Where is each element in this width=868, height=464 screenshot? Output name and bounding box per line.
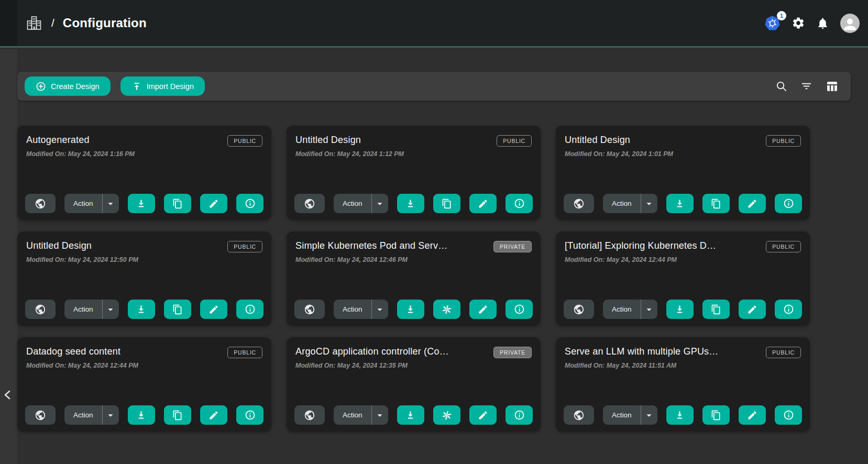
modified-on: Modified On: May 24, 2024 12:44 PM: [565, 256, 801, 263]
create-design-button[interactable]: Create Design: [25, 76, 111, 96]
info-button[interactable]: [506, 405, 533, 425]
copy-button[interactable]: [164, 194, 191, 213]
download-button[interactable]: [397, 194, 424, 213]
info-button[interactable]: [506, 194, 533, 213]
visibility-globe-button[interactable]: [564, 194, 594, 213]
visibility-globe-button[interactable]: [294, 300, 325, 319]
design-card[interactable]: Untitled Design PUBLIC Modified On: May …: [287, 126, 541, 220]
action-button[interactable]: Action: [603, 194, 641, 213]
info-button[interactable]: [775, 300, 802, 319]
visibility-badge: PUBLIC: [227, 241, 262, 252]
organization-building-icon: [25, 14, 43, 32]
globe-icon: [35, 304, 46, 315]
action-button[interactable]: Action: [334, 405, 371, 425]
copy-button[interactable]: [164, 300, 191, 319]
download-button[interactable]: [128, 405, 155, 425]
action-button[interactable]: Action: [334, 300, 371, 319]
action-dropdown-button[interactable]: [102, 405, 119, 425]
info-button[interactable]: [775, 194, 802, 213]
search-button[interactable]: [775, 80, 787, 92]
download-button[interactable]: [666, 405, 694, 425]
action-button[interactable]: Action: [64, 405, 102, 425]
edit-button[interactable]: [739, 405, 766, 425]
visibility-globe-button[interactable]: [25, 194, 56, 213]
action-dropdown-button[interactable]: [641, 405, 657, 425]
action-split-button: Action: [64, 300, 119, 319]
action-button-label: Action: [73, 200, 93, 207]
action-button[interactable]: Action: [603, 405, 641, 425]
user-avatar-icon: [840, 14, 860, 33]
info-button[interactable]: [775, 405, 802, 425]
notifications-button[interactable]: [816, 17, 829, 30]
visibility-globe-button[interactable]: [25, 405, 56, 425]
visibility-badge: PUBLIC: [766, 135, 801, 147]
download-button[interactable]: [397, 300, 424, 319]
info-button[interactable]: [236, 300, 263, 319]
info-button[interactable]: [236, 405, 263, 425]
design-card[interactable]: Untitled Design PUBLIC Modified On: May …: [17, 231, 271, 326]
edit-button[interactable]: [200, 405, 227, 425]
action-button[interactable]: Action: [64, 194, 102, 213]
info-button[interactable]: [236, 194, 263, 213]
design-card[interactable]: [Tutorial] Exploring Kubernetes D… PUBLI…: [556, 231, 810, 326]
edit-button[interactable]: [469, 194, 497, 213]
visibility-globe-button[interactable]: [564, 405, 594, 425]
design-card[interactable]: Autogenerated PUBLIC Modified On: May 24…: [17, 126, 271, 220]
copy-button[interactable]: [164, 405, 191, 425]
visibility-globe-button[interactable]: [564, 300, 594, 319]
copy-icon: [442, 198, 452, 209]
globe-icon: [573, 198, 585, 209]
action-dropdown-button[interactable]: [102, 300, 119, 319]
action-button-label: Action: [73, 305, 93, 313]
create-design-label: Create Design: [51, 82, 100, 91]
modified-on: Modified On: May 24, 2024 1:01 PM: [565, 150, 801, 158]
edit-button[interactable]: [739, 194, 766, 213]
edit-button[interactable]: [200, 300, 227, 319]
card-actions: Action: [294, 300, 533, 319]
filter-button[interactable]: [800, 80, 812, 92]
download-button[interactable]: [397, 405, 424, 425]
swirl-button[interactable]: [433, 405, 460, 425]
action-button[interactable]: Action: [603, 300, 641, 319]
visibility-badge: PUBLIC: [227, 347, 262, 358]
edit-button[interactable]: [200, 194, 227, 213]
edit-button[interactable]: [739, 300, 766, 319]
action-dropdown-button[interactable]: [371, 194, 388, 213]
user-avatar-button[interactable]: [840, 14, 860, 33]
copy-button[interactable]: [433, 194, 460, 213]
visibility-globe-button[interactable]: [25, 300, 56, 319]
download-button[interactable]: [666, 194, 694, 213]
download-button[interactable]: [666, 300, 694, 319]
action-dropdown-button[interactable]: [641, 300, 657, 319]
copy-button[interactable]: [702, 194, 730, 213]
navigator-collapse-button[interactable]: [1, 386, 15, 403]
design-card[interactable]: Untitled Design PUBLIC Modified On: May …: [556, 126, 810, 220]
chevron-down-icon: [374, 198, 386, 209]
table-view-button[interactable]: [826, 80, 838, 93]
design-card[interactable]: ArgoCD application controller (Co… PRIVA…: [287, 337, 541, 432]
action-dropdown-button[interactable]: [371, 300, 388, 319]
download-button[interactable]: [128, 194, 155, 213]
design-card[interactable]: Simple Kubernetes Pod and Serv… PRIVATE …: [287, 231, 541, 326]
design-card[interactable]: Datadog seed content PUBLIC Modified On:…: [17, 337, 271, 432]
copy-button[interactable]: [702, 300, 730, 319]
action-dropdown-button[interactable]: [102, 194, 119, 213]
action-dropdown-button[interactable]: [641, 194, 657, 213]
copy-button[interactable]: [702, 405, 730, 425]
action-button[interactable]: Action: [334, 194, 371, 213]
edit-button[interactable]: [469, 405, 497, 425]
download-button[interactable]: [128, 300, 155, 319]
info-button[interactable]: [506, 300, 533, 319]
kubernetes-context-button[interactable]: 1: [764, 15, 781, 31]
visibility-globe-button[interactable]: [294, 405, 325, 425]
edit-button[interactable]: [469, 300, 497, 319]
action-button[interactable]: Action: [64, 300, 102, 319]
import-design-button[interactable]: Import Design: [120, 76, 205, 96]
edit-pencil-icon: [747, 410, 757, 421]
action-dropdown-button[interactable]: [371, 405, 388, 425]
design-card[interactable]: Serve an LLM with multiple GPUs… PUBLIC …: [556, 337, 810, 432]
action-button-label: Action: [343, 200, 362, 207]
swirl-button[interactable]: [433, 300, 460, 319]
settings-button[interactable]: [792, 16, 805, 30]
visibility-globe-button[interactable]: [294, 194, 325, 213]
